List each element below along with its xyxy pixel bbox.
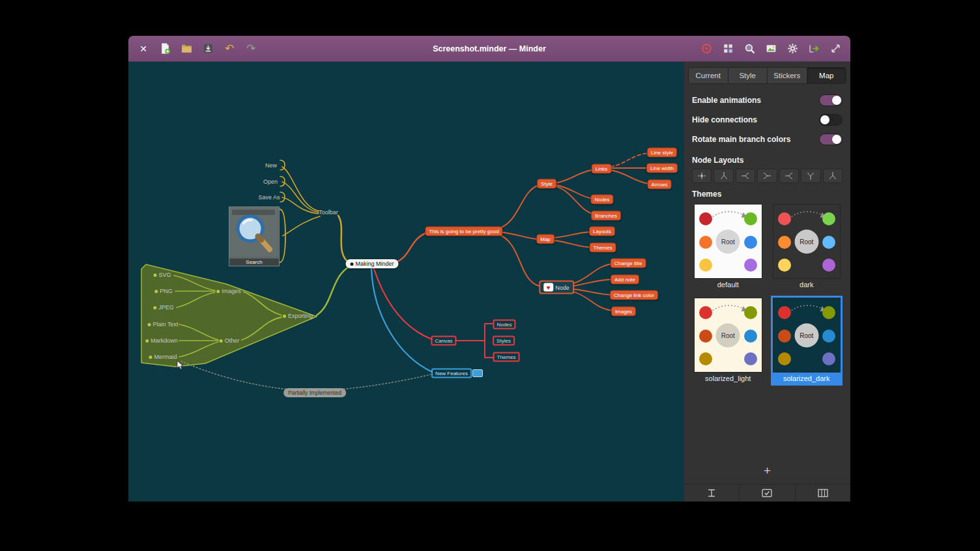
- node-branches[interactable]: Branches: [591, 211, 621, 221]
- footer-grid-button[interactable]: [796, 485, 850, 502]
- node-save-as[interactable]: Save As: [258, 194, 280, 201]
- grid-export-icon: [722, 42, 734, 55]
- node-images[interactable]: Images: [216, 288, 241, 294]
- grid-export-button[interactable]: [719, 40, 736, 57]
- node-arrows[interactable]: Arrows: [648, 180, 672, 190]
- layout-to-left-button[interactable]: [757, 169, 777, 183]
- node-images-2[interactable]: Images: [611, 307, 636, 317]
- node-line-style[interactable]: Line style: [647, 148, 677, 158]
- theme-solarized_light[interactable]: Rootsolarized_light: [694, 298, 762, 384]
- node-canvas[interactable]: Canvas: [431, 336, 456, 346]
- tab-current[interactable]: Current: [689, 68, 728, 83]
- node-partially-implemented[interactable]: Partially Implemented: [283, 388, 346, 397]
- node-map[interactable]: Map: [536, 234, 555, 244]
- settings-button[interactable]: [784, 40, 801, 57]
- setting-label-hide-connections: Hide connections: [692, 115, 757, 124]
- node-search-image[interactable]: Search: [229, 206, 280, 266]
- node-add-note[interactable]: Add note: [611, 275, 639, 285]
- toggle-hide-connections[interactable]: [819, 114, 843, 126]
- node-new-features[interactable]: New Features: [431, 369, 472, 378]
- node-themes-2[interactable]: Themes: [493, 352, 520, 362]
- themes-title: Themes: [684, 183, 850, 203]
- zoom-button[interactable]: [741, 40, 758, 57]
- layout-downwards-icon: [829, 171, 837, 181]
- theme-solarized_dark[interactable]: Rootsolarized_dark: [773, 298, 841, 384]
- layout-vertical-icon: [720, 171, 728, 181]
- node-line-width[interactable]: Line width: [646, 163, 678, 173]
- node-exporting[interactable]: Exporting: [283, 313, 313, 319]
- node-themes[interactable]: Themes: [590, 243, 616, 253]
- node-links[interactable]: Links: [592, 164, 612, 174]
- tab-stickers[interactable]: Stickers: [768, 68, 807, 83]
- open-folder-button[interactable]: [178, 40, 195, 57]
- footer-image-button[interactable]: [740, 485, 795, 502]
- focus-button[interactable]: [698, 40, 715, 57]
- node-png[interactable]: PNG: [154, 288, 173, 294]
- theme-name-label: solarized_dark: [773, 373, 841, 384]
- setting-row-hide-connections: Hide connections: [692, 110, 843, 130]
- node-bullet: [148, 323, 151, 326]
- add-theme-button[interactable]: +: [760, 464, 775, 477]
- node-plain-text[interactable]: Plain Text: [148, 321, 179, 328]
- layout-to-right-button[interactable]: [779, 169, 799, 183]
- image-export-button[interactable]: [762, 40, 779, 57]
- theme-color-dot: [699, 259, 712, 272]
- theme-color-dot: [699, 330, 712, 343]
- layout-upwards-button[interactable]: [801, 169, 820, 183]
- theme-root-node: Root: [794, 323, 818, 347]
- footer-align-button[interactable]: [684, 485, 740, 502]
- zoom-icon: [743, 42, 756, 55]
- share-button[interactable]: [805, 40, 822, 57]
- layout-manual-button[interactable]: [692, 169, 712, 183]
- layout-horizontal-button[interactable]: [736, 169, 755, 183]
- theme-color-dot: [699, 306, 712, 319]
- theme-default[interactable]: Rootdefault: [694, 204, 762, 290]
- node-layouts[interactable]: Layouts: [589, 227, 615, 236]
- node-heart[interactable]: ♥Node: [539, 281, 574, 294]
- undo-button[interactable]: ↶: [221, 40, 238, 57]
- theme-dark[interactable]: Rootdark: [773, 204, 841, 290]
- fullscreen-button[interactable]: [827, 40, 844, 57]
- layout-horizontal-icon: [740, 172, 751, 180]
- theme-grid: RootdefaultRootdarkRootsolarized_lightRo…: [684, 203, 850, 384]
- tab-style[interactable]: Style: [728, 68, 768, 83]
- mindmap-canvas[interactable]: Making MinderToolbarNewOpenSave As Searc…: [128, 62, 684, 502]
- node-other[interactable]: Other: [220, 337, 240, 344]
- setting-label-enable-animations: Enable animations: [692, 96, 761, 105]
- node-jpeg[interactable]: JPEG: [153, 304, 174, 311]
- save-button[interactable]: [199, 40, 216, 57]
- theme-preview: Root: [773, 298, 841, 373]
- node-open[interactable]: Open: [263, 178, 278, 185]
- node-new[interactable]: New: [265, 162, 277, 169]
- node-bullet: [154, 290, 158, 293]
- layout-vertical-button[interactable]: [713, 169, 733, 183]
- node-change-link-color[interactable]: Change link color: [610, 290, 658, 300]
- new-document-button[interactable]: [156, 40, 173, 57]
- close-button[interactable]: ✕: [135, 40, 152, 57]
- layout-downwards-button[interactable]: [823, 169, 843, 183]
- node-nodes-2[interactable]: Nodes: [493, 320, 515, 330]
- theme-color-dot: [778, 306, 791, 319]
- sidebar-footer: [684, 484, 850, 502]
- node-mermaid[interactable]: Mermaid: [149, 354, 177, 360]
- toggle-rotate-main-branch-colors[interactable]: [819, 134, 843, 145]
- node-styles-2[interactable]: Styles: [493, 336, 515, 346]
- node-toolbar[interactable]: Toolbar: [319, 209, 338, 216]
- node-pretty-good[interactable]: This is going to be pretty good: [425, 227, 502, 236]
- node-markdown[interactable]: Markdown: [145, 337, 178, 344]
- sidebar-tabs: CurrentStyleStickersMap: [688, 67, 846, 84]
- layout-manual-icon: [697, 172, 707, 180]
- theme-color-dot: [699, 212, 712, 225]
- theme-color-dot: [822, 352, 835, 365]
- node-style[interactable]: Style: [537, 179, 556, 189]
- node-making-minder[interactable]: Making Minder: [345, 259, 398, 268]
- node-bullet: [149, 356, 152, 359]
- redo-button[interactable]: ↷: [242, 40, 259, 57]
- node-svg[interactable]: SVG: [153, 272, 171, 278]
- note-chip-icon[interactable]: [472, 369, 483, 377]
- tab-map[interactable]: Map: [807, 68, 846, 83]
- toggle-enable-animations[interactable]: [819, 94, 843, 106]
- node-nodes[interactable]: Nodes: [590, 195, 613, 205]
- node-change-title[interactable]: Change title: [611, 259, 646, 268]
- layout-to-left-icon: [762, 172, 772, 180]
